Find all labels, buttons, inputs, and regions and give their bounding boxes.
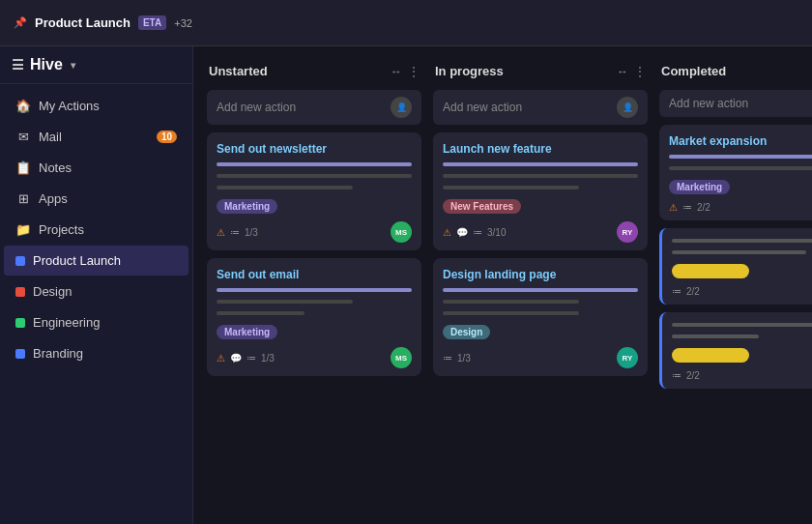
apps-icon: ⊞ — [15, 191, 31, 206]
projects-icon: 📁 — [15, 222, 31, 237]
column-header-unstarted: Unstarted ↔ ⋮ — [207, 60, 421, 82]
meta-count: 2/2 — [686, 370, 700, 381]
card-title: Launch new feature — [443, 142, 638, 156]
column-title-completed: Completed — [661, 64, 726, 78]
card-title: Design landing page — [443, 268, 638, 281]
project-dot-design — [15, 287, 25, 297]
card-meta: ⚠ 💬 ≔ 1/3 — [217, 353, 275, 364]
list-icon: ≔ — [672, 370, 682, 381]
card-footer: ⚠ 💬 ≔ 1/3 MS — [217, 347, 412, 368]
sidebar-item-branding[interactable]: Branding — [4, 338, 188, 368]
header-count: +32 — [174, 17, 192, 29]
card-bar — [443, 174, 638, 178]
sidebar-item-product-launch[interactable]: Product Launch — [4, 246, 188, 276]
card-meta: ⚠ ≔ 2/2 — [669, 202, 710, 213]
card-title: Send out email — [217, 268, 412, 281]
project-dot-product-launch — [15, 256, 25, 266]
list-icon: ≔ — [443, 353, 452, 364]
card-bar — [443, 288, 638, 292]
sidebar-item-apps[interactable]: ⊞ Apps — [4, 184, 188, 214]
card-bar — [669, 155, 812, 159]
mail-icon: ✉ — [15, 130, 31, 144]
column-actions-in-progress: ↔ ⋮ — [617, 65, 646, 78]
card-blank-2[interactable]: ≔ 2/2 — [659, 312, 812, 389]
header-project-title: Product Launch — [35, 15, 130, 30]
expand-icon[interactable]: ↔ — [617, 65, 628, 78]
sidebar: ☰ Hive ▾ 🏠 My Actions ✉ Mail 10 📋 Notes … — [0, 46, 193, 524]
tag-yellow — [672, 264, 749, 278]
card-launch-feature[interactable]: Launch new feature New Features ⚠ 💬 ≔ 3/… — [433, 132, 648, 250]
expand-icon[interactable]: ↔ — [391, 65, 402, 78]
sidebar-item-design[interactable]: Design — [4, 277, 188, 306]
sidebar-item-projects[interactable]: 📁 Projects — [4, 215, 188, 245]
card-footer: ≔ 1/3 RY — [443, 347, 638, 368]
card-title: Send out newsletter — [217, 142, 412, 156]
top-header: 📌 Product Launch ETA +32 — [0, 0, 812, 46]
brand-name: Hive — [30, 56, 63, 73]
card-footer: ⚠ 💬 ≔ 3/10 RY — [443, 221, 638, 243]
project-dot-branding — [15, 349, 25, 359]
card-market-expansion[interactable]: Market expansion Marketing ⚠ ≔ 2/2 — [659, 125, 812, 220]
card-bar — [217, 162, 412, 166]
tag-yellow — [672, 348, 749, 363]
column-header-in-progress: In progress ↔ ⋮ — [433, 60, 648, 82]
card-footer: ⚠ ≔ 2/2 — [669, 202, 812, 213]
add-action-button-completed[interactable]: Add new action — [659, 90, 812, 117]
avatar: RY — [617, 347, 638, 368]
more-icon[interactable]: ⋮ — [634, 65, 646, 78]
card-bar — [443, 186, 579, 189]
kanban-board: Unstarted ↔ ⋮ Add new action 👤 Send out … — [193, 46, 812, 524]
sidebar-nav: 🏠 My Actions ✉ Mail 10 📋 Notes ⊞ Apps 📁 … — [0, 84, 192, 375]
sidebar-label: Product Launch — [33, 253, 121, 268]
sidebar-item-notes[interactable]: 📋 Notes — [4, 153, 188, 183]
sidebar-label: Mail — [39, 130, 62, 144]
meta-count: 1/3 — [261, 353, 275, 364]
card-blank-1[interactable]: ≔ 2/2 — [659, 228, 812, 305]
meta-count: 3/10 — [487, 227, 506, 238]
column-in-progress: In progress ↔ ⋮ Add new action 👤 Launch … — [433, 60, 648, 510]
sidebar-item-mail[interactable]: ✉ Mail 10 — [4, 122, 188, 152]
card-bar — [443, 300, 579, 304]
add-action-button-in-progress[interactable]: Add new action 👤 — [433, 90, 648, 125]
avatar-placeholder: 👤 — [617, 97, 638, 118]
sidebar-label: Projects — [39, 222, 84, 237]
sidebar-item-my-actions[interactable]: 🏠 My Actions — [4, 91, 188, 121]
card-bar — [217, 174, 412, 178]
tag-design: Design — [443, 325, 490, 339]
card-design-landing[interactable]: Design landing page Design ≔ 1/3 RY — [433, 258, 648, 376]
warning-icon: ⚠ — [217, 353, 225, 364]
sidebar-item-engineering[interactable]: Engineering — [4, 307, 188, 337]
mail-badge: 10 — [157, 131, 177, 143]
column-actions-unstarted: ↔ ⋮ — [391, 65, 420, 78]
card-send-email[interactable]: Send out email Marketing ⚠ 💬 ≔ 1/3 MS — [207, 258, 421, 376]
avatar: MS — [391, 347, 412, 368]
meta-count: 2/2 — [686, 286, 700, 297]
eta-badge: ETA — [138, 15, 166, 30]
card-bar — [443, 311, 579, 315]
content: Unstarted ↔ ⋮ Add new action 👤 Send out … — [193, 46, 812, 524]
meta-count: 2/2 — [697, 202, 710, 213]
avatar-placeholder: 👤 — [391, 97, 412, 118]
column-header-completed: Completed ⋮ — [659, 60, 812, 82]
add-action-button-unstarted[interactable]: Add new action 👤 — [207, 90, 421, 125]
warning-icon: ⚠ — [669, 202, 678, 213]
home-icon: 🏠 — [15, 99, 31, 113]
meta-count: 1/3 — [457, 353, 471, 364]
card-bar — [672, 335, 759, 338]
card-meta: ⚠ ≔ 1/3 — [217, 227, 258, 238]
card-send-newsletter[interactable]: Send out newsletter Marketing ⚠ ≔ 1/3 MS — [207, 132, 421, 250]
chevron-down-icon: ▾ — [71, 60, 75, 71]
tag-features: New Features — [443, 199, 521, 214]
sidebar-label: My Actions — [39, 99, 100, 113]
list-icon: ≔ — [230, 227, 240, 238]
column-title-in-progress: In progress — [435, 64, 504, 78]
project-dot-engineering — [15, 318, 25, 328]
hamburger-icon: ☰ — [12, 57, 24, 73]
column-unstarted: Unstarted ↔ ⋮ Add new action 👤 Send out … — [207, 60, 421, 510]
brand[interactable]: ☰ Hive ▾ — [0, 46, 192, 84]
card-meta: ≔ 2/2 — [672, 370, 700, 381]
sidebar-label: Notes — [39, 160, 72, 175]
list-icon: ≔ — [682, 202, 692, 213]
card-bar — [217, 300, 353, 304]
more-icon[interactable]: ⋮ — [408, 65, 420, 78]
